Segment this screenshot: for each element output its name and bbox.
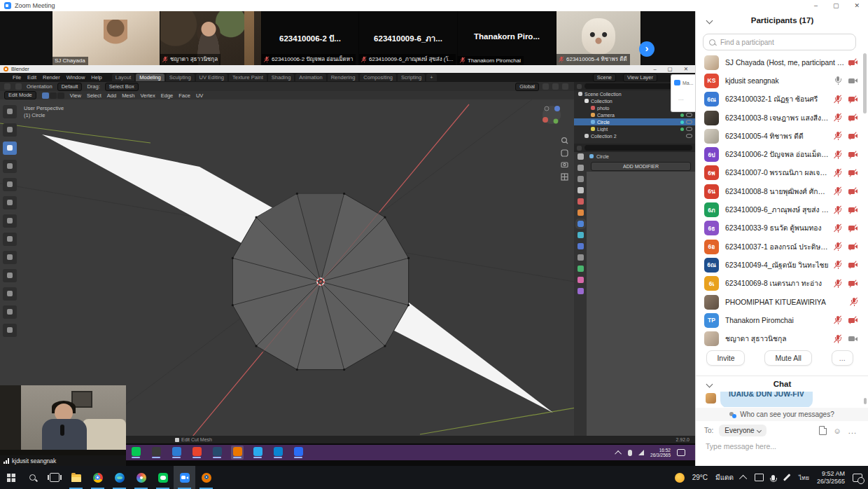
participant-row[interactable]: 6ณ623410049-4_ณัฐดนัย วินทะไชย — [696, 256, 864, 274]
video-tile[interactable]: ชญาดา สุธาวนิชกุล — [160, 11, 262, 65]
next-page-button[interactable]: › — [639, 41, 654, 57]
workspace-tab-compositing[interactable]: Compositing — [360, 74, 396, 81]
visibility-eye-icon[interactable] — [686, 120, 692, 124]
taskview-taskbar-button[interactable] — [43, 466, 65, 489]
transform-dropdown[interactable]: Default — [57, 83, 83, 91]
file-icon[interactable] — [819, 426, 827, 435]
close-button[interactable]: ✕ — [854, 2, 860, 9]
viewport-menu-vertex[interactable]: Vertex — [140, 92, 155, 99]
participant-row[interactable]: 6อ623410037-1 อลงกรณ์ ประดิษฐพงษ์ — [696, 237, 864, 256]
workspace-tab-scripting[interactable]: Scripting — [398, 74, 425, 81]
participant-row[interactable]: 6น623410008-8 นายพุฒิพงศ์ ศักดิ์แสน — [696, 182, 864, 200]
outliner-search[interactable] — [584, 83, 685, 89]
properties-search[interactable] — [584, 145, 692, 151]
start-taskbar-button[interactable] — [0, 466, 22, 489]
video-tile[interactable]: Thanakorn Piro...Thanakorn Piromchai — [458, 11, 556, 65]
menu-render[interactable]: Render — [43, 74, 60, 81]
tool-button-5[interactable] — [3, 196, 17, 209]
participant-row[interactable]: PHOOMIPHAT KITUEAWIRIYA — [696, 293, 864, 311]
workspace-tab-modeling[interactable]: Modeling — [136, 74, 164, 81]
gizmo-icon[interactable] — [15, 83, 22, 90]
shared-app-2[interactable] — [170, 446, 183, 460]
visibility-eye-icon[interactable] — [686, 113, 692, 117]
participant-row[interactable]: ชญาดา สุธาวนิชกุล — [696, 329, 864, 347]
weather-temp[interactable]: 29°C — [692, 474, 708, 481]
tool-button-7[interactable] — [3, 233, 17, 246]
outliner-filter-icon[interactable] — [577, 84, 582, 89]
participant-row[interactable]: 6ณ6234100032-1 ณัฏฐา ซ้อนศรี — [696, 90, 864, 109]
chat-scrollbar[interactable] — [864, 398, 867, 404]
hidden-icons-chevron-icon[interactable] — [615, 450, 622, 457]
face-select-button[interactable] — [57, 92, 64, 99]
viewport-menu-mesh[interactable]: Mesh — [122, 92, 134, 99]
menu-file[interactable]: File — [13, 74, 21, 81]
visibility-eye-icon[interactable] — [686, 134, 692, 138]
tool-button-1[interactable] — [3, 123, 17, 137]
properties-tab-10[interactable] — [578, 266, 584, 272]
participant-row[interactable]: KSkjdusit seangnak — [696, 71, 864, 90]
workspace-tab-sculpting[interactable]: Sculpting — [166, 74, 195, 81]
menu-help[interactable]: Help — [91, 74, 102, 81]
drag-dropdown[interactable]: Select Box — [105, 83, 139, 91]
snap-orientation-dropdown[interactable]: Global — [515, 83, 539, 91]
action-center-icon[interactable] — [677, 449, 685, 456]
shared-app-1[interactable] — [150, 446, 162, 460]
tool-button-11[interactable] — [3, 305, 17, 319]
workspace-tab-+[interactable]: + — [426, 74, 436, 81]
shared-app-7[interactable] — [272, 446, 284, 460]
mute-all-button[interactable]: Mute All — [764, 350, 811, 366]
shared-app-8[interactable] — [292, 446, 304, 460]
emoji-icon[interactable]: ☺ — [834, 427, 841, 434]
scene-selector[interactable]: Scene — [593, 74, 616, 82]
video-tile[interactable]: SJ Chayada — [52, 11, 160, 65]
shared-app-0[interactable] — [130, 446, 142, 460]
participant-row[interactable]: 6ธ623410033-9 ธนวัต ตู้พนมทอง — [696, 219, 864, 237]
invite-button[interactable]: Invite — [706, 350, 745, 366]
tool-button-12[interactable] — [3, 324, 17, 337]
add-modifier-button[interactable]: ADD MODIFIER — [591, 162, 691, 171]
tool-button-4[interactable] — [3, 178, 17, 191]
shared-clock[interactable]: 16:52 26/3/2565 — [650, 448, 671, 458]
properties-tab-8[interactable] — [578, 243, 584, 249]
tool-button-9[interactable] — [3, 269, 17, 282]
chat-more-icon[interactable]: ... — [848, 427, 857, 435]
edge-taskbar-button[interactable] — [108, 466, 130, 489]
viewport-menu-face[interactable]: Face — [178, 92, 190, 99]
notification-center-icon[interactable] — [853, 474, 862, 482]
tool-button-2[interactable] — [3, 142, 17, 155]
participant-row[interactable]: TPThanakorn Piromchai — [696, 311, 864, 329]
tool-button-3[interactable] — [3, 160, 17, 173]
viewport-menu-select[interactable]: Select — [87, 92, 102, 99]
notification-popup[interactable]: Ma... .... — [671, 74, 696, 112]
workspace-tab-texture-paint[interactable]: Texture Paint — [229, 74, 267, 81]
shared-app-3[interactable] — [190, 446, 203, 460]
outliner-row[interactable]: Collection 2 — [574, 132, 695, 139]
participants-scrollbar[interactable] — [863, 53, 867, 113]
magnet-icon[interactable] — [542, 83, 549, 90]
view-layer-selector[interactable]: View Layer — [623, 74, 657, 82]
properties-tab-12[interactable] — [578, 288, 584, 294]
properties-tab-9[interactable] — [578, 254, 584, 261]
outliner-row[interactable]: Light — [574, 125, 695, 132]
minimize-button[interactable]: – — [814, 2, 818, 9]
participant-row[interactable]: 6พ623410007-0 พรรณนิภา ผลเจริญ — [696, 164, 864, 182]
more-options-button[interactable]: ... — [832, 350, 853, 366]
weather-icon[interactable] — [675, 473, 685, 483]
mode-dropdown[interactable]: Edit Mode — [4, 91, 36, 99]
properties-tab-11[interactable] — [578, 277, 584, 283]
shared-app-6[interactable] — [251, 446, 264, 460]
properties-tab-2[interactable] — [578, 176, 584, 182]
tool-button-10[interactable] — [3, 287, 17, 301]
properties-filter-icon[interactable] — [577, 146, 582, 151]
participant-row[interactable]: 623410005-4 ทิชาพร ดีดี — [696, 127, 864, 145]
microphone-tray-icon[interactable] — [771, 475, 775, 481]
properties-tab-0[interactable] — [578, 153, 584, 160]
viewport-menu-add[interactable]: Add — [107, 92, 116, 99]
vertex-select-button[interactable] — [42, 92, 49, 99]
menu-window[interactable]: Window — [66, 74, 85, 81]
blender-taskbar-button[interactable] — [195, 466, 217, 489]
participant-row[interactable]: 6ภ623410009-6_ภาณุพงษ์ สุขส่ง (โอม) — [696, 200, 864, 219]
photos-taskbar-button[interactable] — [130, 466, 152, 489]
line-taskbar-button[interactable] — [152, 466, 174, 489]
maximize-button[interactable]: ▢ — [833, 2, 839, 9]
